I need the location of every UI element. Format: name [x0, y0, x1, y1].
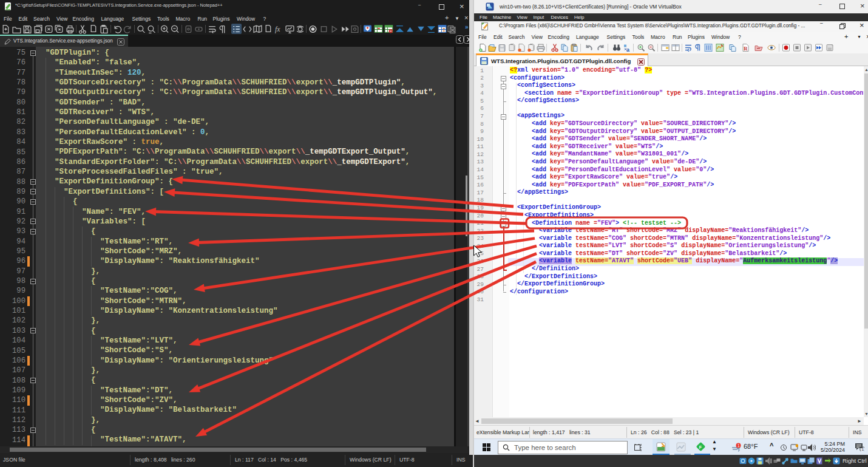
svg-text:R: R — [744, 46, 748, 52]
svg-text:1: 1 — [737, 443, 740, 448]
svg-text:F: F — [699, 445, 702, 449]
svg-text:fx: fx — [275, 26, 280, 33]
svg-text:a: a — [626, 47, 630, 53]
svg-text:1: 1 — [862, 447, 864, 451]
